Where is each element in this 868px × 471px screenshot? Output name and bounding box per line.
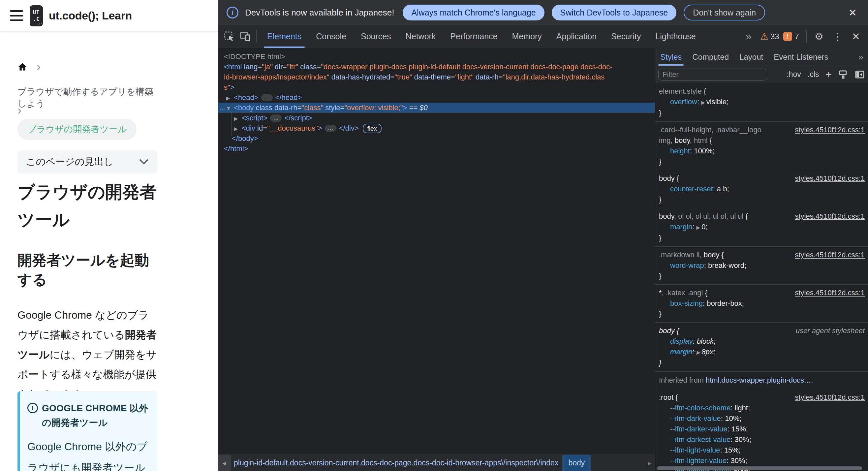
toggle-class-button[interactable]: .cls <box>808 70 819 79</box>
stylesheet-source-link[interactable]: styles.4510f12d.css:1 <box>795 392 865 403</box>
dom-node-row[interactable]: ▶<div id="__docusaurus">…</div>flex <box>218 123 655 133</box>
tab-memory[interactable]: Memory <box>504 25 549 48</box>
stylesheet-source-link[interactable]: styles.4510f12d.css:1 <box>795 250 865 260</box>
dom-node-row[interactable]: <!DOCTYPE html> <box>218 52 655 62</box>
tab-sources[interactable]: Sources <box>353 25 398 48</box>
infobar-button-always-match-chrome-s-language[interactable]: Always match Chrome's language <box>403 5 544 21</box>
kebab-menu-icon[interactable]: ⋮ <box>828 31 847 42</box>
flex-badge[interactable]: flex <box>363 124 382 133</box>
disclosure-arrow-icon[interactable]: ▶ <box>234 124 242 134</box>
css-property-value: border-box; <box>707 299 744 307</box>
sidebar-tab-styles[interactable]: Styles <box>655 48 687 66</box>
settings-gear-icon[interactable]: ⚙ <box>810 31 828 42</box>
dom-node-row[interactable]: …▼<body class data-rh="class" style="ove… <box>218 102 655 113</box>
tab-application[interactable]: Application <box>549 25 604 48</box>
stylesheet-source-link[interactable]: styles.4510f12d.css:1 <box>795 125 865 135</box>
issue-count[interactable]: 7 <box>795 32 799 41</box>
stylesheet-source-link[interactable]: styles.4510f12d.css:1 <box>795 173 865 184</box>
css-property[interactable]: height: 100%; <box>659 146 864 156</box>
infobar-close-icon[interactable]: ✕ <box>846 7 860 19</box>
tab-console[interactable]: Console <box>309 25 353 48</box>
rule-selector[interactable]: element.style { <box>659 86 864 97</box>
css-property[interactable]: --ifm-light-value: 15%; <box>659 445 864 456</box>
hamburger-menu-button[interactable] <box>10 9 23 23</box>
css-property[interactable]: overflow: ▶ visible; <box>659 97 864 108</box>
disclosure-arrow-icon[interactable]: ▼ <box>226 103 234 114</box>
style-rule: styles.4510f12d.css:1:root {--ifm-color-… <box>655 389 868 471</box>
crumb-path[interactable]: plugin-id-default.docs-version-current.d… <box>234 459 558 467</box>
tab-lighthouse[interactable]: Lighthouse <box>648 25 703 48</box>
sidebar-tab-event-listeners[interactable]: Event Listeners <box>768 48 833 66</box>
css-property[interactable]: --ifm-darker-value: 15%; <box>659 424 864 434</box>
css-property-name: display <box>670 337 692 345</box>
crumb-scroll-left-icon[interactable]: ◂ <box>218 455 230 471</box>
dock-sidebar-icon[interactable] <box>855 70 865 80</box>
devtools-close-icon[interactable]: ✕ <box>847 31 865 42</box>
horizontal-scrollbar[interactable] <box>657 466 862 470</box>
sidebar-tab-computed[interactable]: Computed <box>687 48 734 66</box>
more-panels-icon[interactable]: » <box>854 52 868 62</box>
toc-collapsible[interactable]: このページの見出し <box>18 150 157 174</box>
disclosure-arrow-icon[interactable]: ▶ <box>234 114 242 124</box>
expand-value-arrow-icon[interactable]: ▶ <box>701 100 706 105</box>
toggle-hover-state-button[interactable]: :hov <box>786 70 801 79</box>
dom-node-row[interactable]: </html> <box>218 144 655 154</box>
css-property[interactable]: box-sizing: border-box; <box>659 298 864 309</box>
css-property[interactable]: --ifm-lighter-value: 30%; <box>659 456 864 466</box>
tab-performance[interactable]: Performance <box>443 25 504 48</box>
expand-ellipsis-button[interactable]: … <box>325 125 336 132</box>
crumb-selected-node[interactable]: body <box>562 455 591 471</box>
more-tabs-icon[interactable]: » <box>740 30 757 42</box>
dom-node-row[interactable]: s"> <box>218 82 655 92</box>
css-property[interactable]: --ifm-color-scheme: light; <box>659 403 864 413</box>
dom-node-row[interactable]: </body> <box>218 133 655 144</box>
stylesheet-source-link[interactable]: styles.4510f12d.css:1 <box>795 288 865 298</box>
warning-count[interactable]: 33 <box>770 32 779 41</box>
css-property-value: break-word; <box>708 261 746 270</box>
warning-icon[interactable]: ⚠ <box>760 31 768 42</box>
expand-ellipsis-button[interactable]: … <box>270 115 282 122</box>
css-property[interactable]: --ifm-dark-value: 10%; <box>659 413 864 424</box>
css-property-name: margin <box>670 348 692 356</box>
breadcrumb-separator-icon: › <box>37 62 40 72</box>
crumb-scroll-right-icon[interactable]: ▸ <box>645 459 655 467</box>
expand-value-arrow-icon[interactable]: ▶ <box>696 350 702 355</box>
expand-ellipsis-button[interactable]: … <box>261 94 273 101</box>
sidebar-tab-layout[interactable]: Layout <box>734 48 768 66</box>
logo-top-text: UT <box>33 9 39 15</box>
infobar-button-switch-devtools-to-japanese[interactable]: Switch DevTools to Japanese <box>552 5 677 21</box>
dom-node-row[interactable]: ▶<script>…</script> <box>218 113 655 123</box>
paintbrush-icon[interactable] <box>838 70 848 80</box>
breadcrumb-current-badge[interactable]: ブラウザの開発者ツール <box>18 119 136 140</box>
site-logo[interactable]: UT .C ↩ <box>30 5 43 26</box>
closing-brace: } <box>659 108 864 118</box>
logo-curl-glyph: ↩ <box>39 22 42 26</box>
device-toolbar-icon[interactable] <box>237 25 253 48</box>
stylesheet-source-link[interactable]: styles.4510f12d.css:1 <box>795 211 865 222</box>
inherited-element-link[interactable]: html.docs-wrapper.plugin-docs.… <box>706 376 813 384</box>
dom-tree: <!DOCTYPE html><html lang="ja" dir="ltr"… <box>218 48 655 154</box>
styles-toolbar: :hov .cls + <box>655 66 868 83</box>
infobar-button-don-t-show-again[interactable]: Don't show again <box>684 5 765 21</box>
expand-value-arrow-icon[interactable]: ▶ <box>696 225 702 230</box>
styles-filter-input[interactable] <box>658 69 767 81</box>
inspect-element-icon[interactable] <box>221 25 237 48</box>
home-icon[interactable] <box>18 62 27 72</box>
disclosure-arrow-icon[interactable]: ▶ <box>226 93 234 103</box>
css-property[interactable]: margin: ▶ 0; <box>659 222 864 233</box>
issues-icon[interactable]: ! <box>783 32 792 41</box>
css-property-name: --ifm-lighter-value <box>670 457 726 465</box>
tab-network[interactable]: Network <box>398 25 443 48</box>
dom-node-row[interactable]: <html lang="ja" dir="ltr" class="docs-wr… <box>218 62 655 72</box>
css-property[interactable]: word-wrap: break-word; <box>659 260 864 271</box>
tab-security[interactable]: Security <box>604 25 648 48</box>
css-property[interactable]: counter-reset: a b; <box>659 184 864 194</box>
dom-node-row[interactable]: id-browser-apps/inspector/index" data-ha… <box>218 72 655 82</box>
css-property[interactable]: --ifm-darkest-value: 30%; <box>659 434 864 445</box>
css-property[interactable]: display: block; <box>659 336 864 347</box>
new-style-rule-icon[interactable]: + <box>826 71 832 78</box>
dom-node-row[interactable]: ▶<head>…</head> <box>218 92 655 102</box>
site-title[interactable]: ut.code(); Learn <box>49 9 132 22</box>
tab-elements[interactable]: Elements <box>260 25 309 48</box>
css-property[interactable]: margin: ▶ 8px; <box>659 347 864 358</box>
